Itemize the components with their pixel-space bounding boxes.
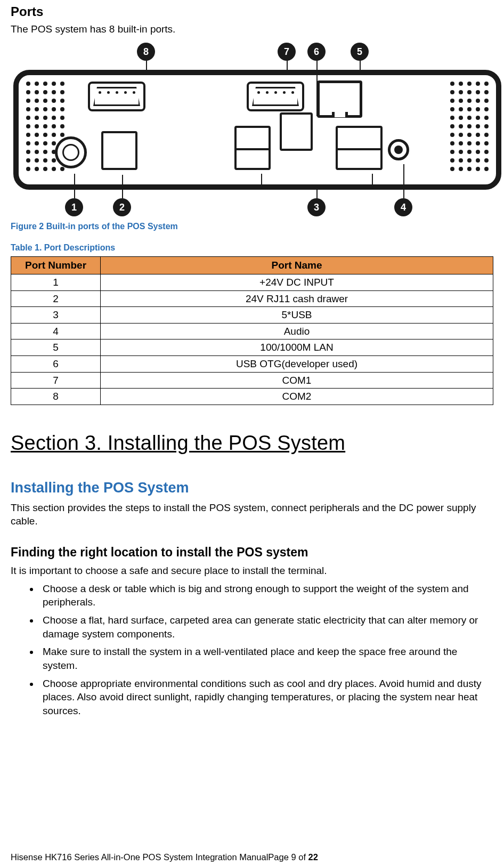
cell-port-name: +24V DC INPUT: [101, 274, 493, 290]
table-caption: Table 1. Port Descriptions: [11, 242, 493, 254]
table-head-row: Port Number Port Name: [11, 257, 493, 274]
table-row: 7COM1: [11, 372, 493, 389]
port-usb-pair: [234, 126, 271, 170]
cell-port-name: Audio: [101, 323, 493, 339]
list-item: Choose appropriate environmental conditi…: [39, 677, 493, 718]
port-com1: [247, 82, 304, 111]
lead-3a: [261, 174, 262, 189]
panel-outline: [13, 70, 501, 190]
callout-1: 1: [65, 198, 83, 216]
ports-diagram: 8 7 6 5 1 2 3 4: [11, 41, 493, 216]
location-bullets: Choose a desk or table which is big and …: [11, 582, 493, 718]
cell-port-num: 4: [11, 323, 101, 339]
list-item: Make sure to install the system in a wel…: [39, 645, 493, 672]
cell-port-num: 8: [11, 389, 101, 405]
lead-1: [74, 174, 75, 198]
th-port-number: Port Number: [11, 257, 101, 274]
lead-3c: [372, 174, 373, 189]
port-usb-stack: [336, 126, 383, 170]
heading-section-3: Section 3. Installing the POS System: [11, 430, 493, 457]
callout-4: 4: [394, 198, 412, 216]
installing-body: This section provides the steps to insta…: [11, 501, 493, 528]
table-row: 6USB OTG(developer used): [11, 356, 493, 373]
callout-3: 3: [307, 198, 326, 216]
cell-port-name: 5*USB: [101, 307, 493, 324]
callout-5: 5: [351, 43, 369, 61]
cell-port-name: COM2: [101, 389, 493, 405]
cell-port-num: 3: [11, 307, 101, 324]
heading-installing: Installing the POS System: [11, 478, 493, 497]
cell-port-num: 2: [11, 290, 101, 307]
table-row: 1+24V DC INPUT: [11, 274, 493, 290]
lead-6: [316, 60, 318, 116]
list-item: Choose a desk or table which is big and …: [39, 582, 493, 609]
heading-ports: Ports: [11, 3, 493, 20]
cell-port-name: COM1: [101, 372, 493, 389]
location-intro: It is important to choose a safe and sec…: [11, 564, 493, 578]
port-com2: [88, 82, 145, 111]
lead-8: [146, 60, 147, 75]
cell-port-name: 24V RJ11 cash drawer: [101, 290, 493, 307]
table-row: 8COM2: [11, 389, 493, 405]
cell-port-num: 5: [11, 339, 101, 356]
table-row: 5100/1000M LAN: [11, 339, 493, 356]
footer-prefix: Hisense HK716 Series All-in-One POS Syst…: [11, 852, 291, 862]
port-rj11: [101, 131, 137, 170]
lead-4: [403, 164, 404, 198]
cell-port-name: USB OTG(developer used): [101, 356, 493, 373]
cell-port-num: 1: [11, 274, 101, 290]
footer-of: of: [296, 852, 308, 862]
lead-7: [287, 60, 288, 75]
table-row: 35*USB: [11, 307, 493, 324]
callout-6: 6: [307, 43, 326, 61]
page-footer: Hisense HK716 Series All-in-One POS Syst…: [11, 851, 318, 863]
lead-5: [360, 60, 361, 75]
callout-8: 8: [137, 43, 155, 61]
footer-page: 9: [291, 852, 296, 862]
ports-intro: The POS system has 8 built-in ports.: [11, 22, 493, 36]
footer-total: 22: [308, 852, 318, 862]
cell-port-num: 7: [11, 372, 101, 389]
port-dc-input: [55, 136, 87, 168]
cell-port-name: 100/1000M LAN: [101, 339, 493, 356]
table-row: 224V RJ11 cash drawer: [11, 290, 493, 307]
port-audio: [388, 139, 409, 160]
th-port-name: Port Name: [101, 257, 493, 274]
callout-7: 7: [278, 43, 296, 61]
lead-2: [122, 175, 123, 198]
callout-2: 2: [113, 198, 131, 216]
lead-3d: [316, 188, 318, 199]
list-item: Choose a flat, hard surface, carpeted ar…: [39, 613, 493, 641]
vent-right: [450, 82, 489, 171]
table-row: 4Audio: [11, 323, 493, 339]
heading-finding-location: Finding the right location to install th…: [11, 544, 493, 561]
port-table: Port Number Port Name 1+24V DC INPUT 224…: [11, 256, 493, 405]
cell-port-num: 6: [11, 356, 101, 373]
port-usb-otg: [280, 112, 313, 151]
figure-caption: Figure 2 Built-in ports of the POS Syste…: [11, 221, 493, 232]
port-lan: [317, 80, 362, 118]
